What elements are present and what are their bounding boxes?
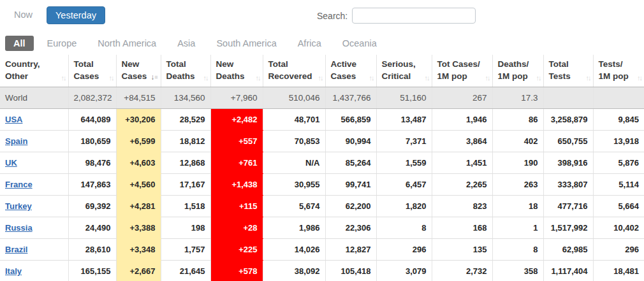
cell-deaths-per-1m: 1 [492,217,543,238]
cell-deaths-per-1m: 17.3 [492,87,543,108]
col-header-label: Serious, Critical [382,59,427,83]
cell-total-deaths: 28,529 [161,108,210,130]
cell-total-cases: 2,082,372 [68,87,116,108]
cell-deaths-per-1m: 8 [492,238,543,260]
sort-both-icon: ↑↓ [61,74,66,82]
col-header-label: Total Deaths [166,59,205,83]
tab-asia[interactable]: Asia [170,36,203,51]
cell-deaths-per-1m: 402 [492,130,543,152]
cell-serious-critical: 8 [376,217,432,238]
cell-tests-per-1m [593,87,644,108]
table-header-row: Country, Other↑↓Total Cases↑↓New Cases↓≡… [0,55,644,87]
cell-total-deaths: 198 [161,217,210,238]
col-header-tests-per-1m[interactable]: Tests/ 1M pop↑↓ [593,55,644,87]
col-header-total-tests[interactable]: Total Tests↑↓ [543,55,593,87]
col-header-label: Total Recovered [268,59,320,83]
table-row-world: World2,082,372+84,515134,560+7,960510,04… [0,87,644,108]
cell-total-cases: 98,476 [68,152,116,173]
country-link[interactable]: USA [5,115,22,124]
cell-cases-per-1m: 267 [432,87,492,108]
cell-tests-per-1m: 10,402 [593,217,644,238]
cell-cases-per-1m: 3,864 [432,130,492,152]
cell-total-recovered: 14,026 [263,238,325,260]
search-label: Search: [317,11,348,21]
country-link[interactable]: Brazil [5,245,27,254]
now-toggle[interactable]: Now [9,6,38,23]
cell-tests-per-1m: 18,481 [593,260,644,281]
search-input[interactable] [352,8,476,24]
tab-europe[interactable]: Europe [40,36,85,51]
tab-all[interactable]: All [5,36,34,51]
cell-total-cases: 28,610 [68,238,116,260]
table-row-usa: USA644,089+30,20628,529+2,48248,701566,8… [0,108,644,130]
yesterday-toggle[interactable]: Yesterday [47,6,105,24]
col-header-active-cases[interactable]: Active Cases↑↓ [325,55,376,87]
cell-tests-per-1m: 9,845 [593,108,644,130]
col-header-label: Total Tests [549,59,588,83]
col-header-cases-per-1m[interactable]: Tot Cases/ 1M pop↑↓ [432,55,492,87]
col-header-serious-critical[interactable]: Serious, Critical↑↓ [376,55,432,87]
col-header-total-cases[interactable]: Total Cases↑↓ [68,55,116,87]
col-header-label: New Deaths [216,59,258,83]
cell-serious-critical: 1,820 [376,195,432,217]
sort-both-icon: ↑↓ [369,74,374,82]
cell-total-recovered: 1,986 [263,217,325,238]
cell-new-cases: +4,560 [116,173,161,195]
cell-cases-per-1m: 823 [432,195,492,217]
sort-both-icon: ↑↓ [425,74,429,82]
cell-total-recovered: 30,955 [263,173,325,195]
country-link[interactable]: UK [5,158,17,168]
cell-active-cases: 99,741 [325,173,376,195]
cell-total-tests: 1,117,404 [543,260,593,281]
cell-new-deaths: +578 [210,260,263,281]
cell-total-tests [543,87,593,108]
table-row-italy: Italy165,155+2,66721,645+57838,092105,41… [0,260,644,281]
country-link[interactable]: Turkey [5,201,32,211]
toolbar: Now Yesterday Search: [0,0,644,28]
cell-total-recovered: N/A [263,152,325,173]
cell-country: World [0,87,68,108]
country-link[interactable]: Spain [5,136,27,146]
country-link[interactable]: Italy [5,266,22,276]
cell-serious-critical: 13,487 [376,108,432,130]
cell-active-cases: 62,200 [325,195,376,217]
cell-new-deaths: +7,960 [210,87,263,108]
cell-total-deaths: 21,645 [161,260,210,281]
cell-total-cases: 147,863 [68,173,116,195]
col-header-label: Active Cases [331,59,371,83]
tab-north-america[interactable]: North America [90,36,164,51]
cell-active-cases: 1,437,766 [325,87,376,108]
cell-tests-per-1m: 5,664 [593,195,644,217]
cell-new-cases: +84,515 [116,87,161,108]
cell-total-deaths: 18,812 [161,130,210,152]
cell-deaths-per-1m: 190 [492,152,543,173]
cell-active-cases: 22,306 [325,217,376,238]
country-link[interactable]: Russia [5,223,33,233]
cell-new-cases: +3,348 [116,238,161,260]
sort-both-icon: ↑↓ [109,74,113,82]
cell-serious-critical: 6,457 [376,173,432,195]
tab-oceania[interactable]: Oceania [335,36,384,51]
cell-serious-critical: 3,079 [376,260,432,281]
cell-active-cases: 85,264 [325,152,376,173]
table-row-turkey: Turkey69,392+4,2811,518+1155,67462,2001,… [0,195,644,217]
col-header-total-deaths[interactable]: Total Deaths↑↓ [161,55,210,87]
cell-new-cases: +4,281 [116,195,161,217]
col-header-new-deaths[interactable]: New Deaths↑↓ [210,55,263,87]
col-header-country[interactable]: Country, Other↑↓ [0,55,68,87]
tab-africa[interactable]: Africa [290,36,329,51]
cell-new-cases: +4,603 [116,152,161,173]
col-header-new-cases[interactable]: New Cases↓≡ [116,55,161,87]
cell-country: UK [0,152,68,173]
cell-new-deaths: +761 [210,152,263,173]
sort-both-icon: ↑↓ [485,74,490,82]
col-header-total-recovered[interactable]: Total Recovered↑↓ [263,55,325,87]
tab-south-america[interactable]: South America [209,36,284,51]
cell-total-tests: 1,517,992 [543,217,593,238]
country-link[interactable]: France [5,180,33,189]
cell-total-deaths: 1,518 [161,195,210,217]
sort-both-icon: ↑↓ [637,74,641,82]
cell-total-tests: 398,916 [543,152,593,173]
cell-new-deaths: +2,482 [210,108,263,130]
col-header-deaths-per-1m[interactable]: Deaths/ 1M pop↑↓ [492,55,543,87]
